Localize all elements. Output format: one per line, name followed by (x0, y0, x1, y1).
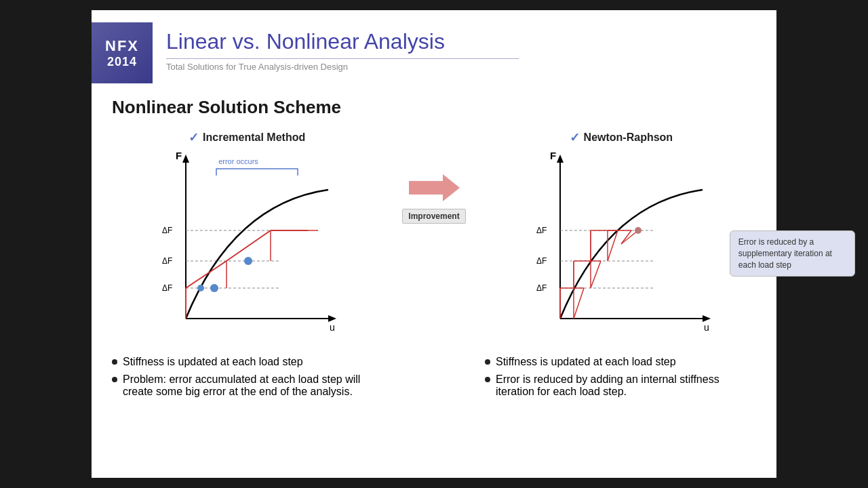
svg-text:ΔF: ΔF (162, 256, 172, 266)
left-bullet-2-text: Problem: error accumulated at each load … (123, 373, 383, 398)
slide: NFX 2014 Linear vs. Nonlinear Analysis T… (92, 10, 776, 478)
subtitle: Total Solutions for True Analysis-driven… (166, 62, 519, 72)
svg-point-20 (244, 257, 252, 265)
left-bullet-1-text: Stiffness is updated at each load step (123, 356, 303, 368)
svg-text:ΔF: ΔF (162, 226, 172, 235)
svg-text:u: u (330, 322, 335, 333)
right-bullet-2: Error is reduced by adding an internal s… (485, 373, 756, 398)
improvement-label: Improvement (402, 209, 465, 224)
error-occurs-text: error occurs (218, 157, 258, 165)
svg-point-50 (635, 227, 642, 234)
header: NFX 2014 Linear vs. Nonlinear Analysis T… (92, 10, 776, 90)
right-method-label: ✓ Newton-Raphson (570, 130, 673, 145)
right-graph-svg: F u ΔF ΔF ΔF (519, 149, 723, 346)
svg-line-37 (574, 288, 584, 319)
svg-marker-25 (557, 155, 564, 163)
content: Nonlinear Solution Scheme ✓ Incremental … (92, 90, 776, 478)
svg-text:F: F (550, 150, 556, 161)
header-divider (166, 58, 519, 59)
section-title: Nonlinear Solution Scheme (112, 97, 756, 118)
svg-text:ΔF: ΔF (536, 256, 547, 266)
svg-text:ΔF: ΔF (162, 283, 172, 293)
right-bullet-2-text: Error is reduced by adding an internal s… (496, 373, 756, 398)
svg-point-19 (210, 284, 218, 292)
bullet-dot (485, 359, 490, 365)
right-bullet-1-text: Stiffness is updated at each load step (496, 356, 676, 368)
bullet-dot (112, 377, 117, 382)
right-bullet-1: Stiffness is updated at each load step (485, 356, 756, 368)
right-bullets: Stiffness is updated at each load step E… (485, 356, 756, 403)
svg-text:F: F (176, 150, 182, 161)
left-checkmark: ✓ (189, 130, 199, 145)
bullet-dot (485, 377, 490, 382)
logo-nfx: NFX (105, 37, 139, 55)
svg-marker-26 (703, 315, 711, 322)
svg-line-13 (186, 261, 226, 288)
right-checkmark: ✓ (570, 130, 580, 145)
left-diagram: ✓ Incremental Method error occurs (112, 130, 382, 346)
right-diagram: ✓ Newton-Raphson Error is reduced by a s… (486, 130, 756, 346)
header-text: Linear vs. Nonlinear Analysis Total Solu… (166, 22, 519, 72)
improvement-arrow-svg (409, 171, 460, 205)
svg-text:u: u (704, 322, 709, 333)
right-method-name: Newton-Raphson (584, 131, 673, 144)
svg-point-21 (197, 285, 204, 291)
error-brace-svg (213, 165, 301, 178)
svg-line-41 (591, 261, 601, 288)
middle-section: Improvement (402, 171, 465, 224)
svg-marker-3 (328, 315, 336, 322)
left-method-label: ✓ Incremental Method (189, 130, 305, 145)
svg-line-15 (226, 230, 271, 261)
left-bullets: Stiffness is updated at each load step P… (112, 356, 383, 403)
svg-text:ΔF: ΔF (536, 283, 547, 293)
svg-marker-22 (409, 174, 460, 201)
slide-title: Linear vs. Nonlinear Analysis (166, 29, 519, 54)
logo: NFX 2014 (92, 22, 153, 83)
diagrams-row: ✓ Incremental Method error occurs (112, 130, 756, 346)
error-bubble: Error is reduced by a supplementary iter… (730, 230, 855, 277)
left-bullet-2: Problem: error accumulated at each load … (112, 373, 383, 398)
svg-marker-2 (182, 155, 189, 163)
left-method-name: Incremental Method (203, 131, 305, 144)
bullets-row: Stiffness is updated at each load step P… (112, 356, 756, 403)
logo-year: 2014 (107, 55, 137, 69)
svg-text:ΔF: ΔF (536, 226, 547, 235)
left-bullet-1: Stiffness is updated at each load step (112, 356, 383, 368)
bullet-dot (112, 359, 117, 365)
